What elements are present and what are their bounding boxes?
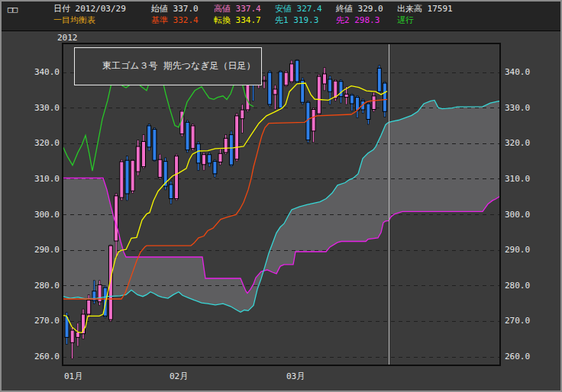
- x-tick-month: 01月: [64, 371, 82, 382]
- y-tick-left: 320.0: [29, 139, 60, 147]
- candle-down: [268, 71, 272, 107]
- y-tick-right: 290.0: [505, 246, 530, 254]
- y-tick-left: 330.0: [29, 104, 60, 112]
- y-tick-left: 270.0: [29, 316, 60, 325]
- candle-down: [186, 120, 189, 153]
- candle-down: [279, 71, 283, 110]
- y-tick-left: 300.0: [29, 210, 60, 219]
- x-tick-month: 02月: [170, 371, 188, 382]
- y-tick-right: 260.0: [505, 352, 530, 361]
- y-tick-right: 280.0: [505, 281, 530, 290]
- candle-down: [301, 78, 305, 104]
- candle-up: [317, 74, 321, 115]
- x-tick-month: 03月: [286, 371, 305, 382]
- candle-up: [284, 71, 288, 87]
- y-tick-right: 340.0: [505, 68, 530, 76]
- y-tick-right: 300.0: [505, 210, 530, 219]
- candle-down: [229, 131, 233, 167]
- candle-down: [306, 101, 310, 143]
- candle-up: [131, 159, 134, 193]
- y-tick-left: 280.0: [29, 281, 60, 290]
- chart-window: □□ 日付 2012/03/29始値 337.0高値 337.4安値 327.4…: [0, 0, 562, 392]
- candle-up: [120, 159, 124, 201]
- chart-title-box: 東工ゴム３号 期先つなぎ足（日足）: [74, 47, 262, 85]
- candle-down: [377, 66, 381, 94]
- y-tick-left: 260.0: [29, 352, 60, 361]
- y-tick-left: 290.0: [29, 246, 60, 254]
- chart-title: 東工ゴム３号 期先つなぎ足（日足）: [102, 60, 256, 71]
- candle-up: [235, 114, 239, 162]
- y-tick-right: 330.0: [505, 104, 530, 112]
- candle-down: [103, 286, 107, 318]
- y-tick-left: 340.0: [29, 68, 60, 76]
- y-tick-right: 310.0: [505, 175, 530, 183]
- y-tick-right: 320.0: [505, 139, 530, 147]
- candle-down: [153, 127, 157, 161]
- candle-down: [147, 124, 151, 151]
- y-tick-right: 270.0: [505, 316, 530, 325]
- y-tick-left: 310.0: [29, 175, 60, 183]
- candle-up: [175, 154, 179, 201]
- candle-down: [296, 59, 299, 83]
- candle-up: [191, 124, 195, 151]
- candle-down: [125, 156, 129, 201]
- candle-up: [289, 60, 293, 83]
